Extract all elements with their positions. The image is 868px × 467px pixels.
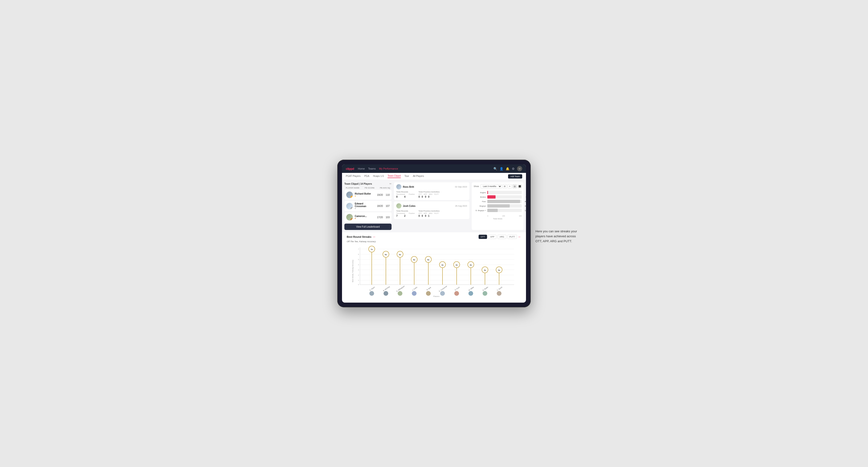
subnav-all-players[interactable]: All Players bbox=[413, 175, 424, 178]
card-name-josh: Josh Coles bbox=[403, 205, 415, 207]
svg-point-57 bbox=[468, 291, 473, 296]
player-pb-score-3: 17/20 bbox=[377, 216, 383, 219]
arrow-indicator: ← bbox=[373, 235, 376, 239]
search-icon[interactable]: 🔍 bbox=[493, 167, 497, 170]
subnav-pga[interactable]: PGA bbox=[364, 175, 369, 178]
add-team-button[interactable]: Add Team bbox=[508, 174, 522, 179]
streak-chart: Best Streak, Fairway Accuracy 7 6 5 4 3 … bbox=[347, 245, 521, 298]
period-select[interactable]: Last 3 months bbox=[480, 184, 502, 188]
col-player-name: PLAYER NAME bbox=[346, 187, 360, 189]
svg-point-62 bbox=[483, 291, 487, 296]
user-avatar[interactable]: U bbox=[517, 166, 522, 171]
total-shots-label: Total Shots bbox=[474, 218, 522, 220]
x-axis-400: 400 bbox=[519, 215, 522, 217]
rank-badge-2: 2 bbox=[350, 207, 353, 210]
svg-text:E. Crossman: E. Crossman bbox=[438, 285, 447, 292]
filter-ott[interactable]: OTT bbox=[478, 235, 487, 239]
table-view-icon[interactable]: ⬛ bbox=[518, 184, 522, 188]
card-date-josh: 26 Aug 2023 bbox=[455, 205, 467, 207]
player-avg-3: 103 bbox=[385, 216, 390, 219]
practice-val-rees: 4 bbox=[404, 195, 406, 198]
show-label: Show bbox=[474, 185, 479, 187]
player-card-josh: Josh Coles 26 Aug 2023 Total Rounds Tour… bbox=[394, 201, 469, 219]
chart-subtitle: Off The Tee, Fairway Accuracy bbox=[347, 240, 521, 243]
svg-text:2: 2 bbox=[358, 274, 359, 276]
player-avg-2: 107 bbox=[385, 205, 390, 207]
practice-label-2: Practice bbox=[409, 213, 415, 214]
tournament-val-rees: 8 bbox=[396, 195, 398, 198]
svg-point-32 bbox=[398, 291, 402, 296]
list-view-icon[interactable]: ≡ bbox=[507, 184, 512, 188]
player-pb-score-1: 19/20 bbox=[377, 194, 383, 196]
player-avatar-3: 3 bbox=[346, 214, 353, 220]
svg-text:0: 0 bbox=[358, 284, 359, 285]
player-row[interactable]: 1 Richard Butler ♥ 19/20 110 bbox=[344, 190, 392, 200]
svg-text:7x: 7x bbox=[371, 248, 373, 250]
subnav-tour[interactable]: Tour bbox=[404, 175, 409, 178]
total-rounds-label-2: Total Rounds bbox=[396, 210, 415, 212]
settings-icon[interactable]: ⚙ bbox=[512, 167, 515, 170]
filter-putt[interactable]: PUTT bbox=[507, 235, 517, 239]
svg-text:E. Ebert: E. Ebert bbox=[369, 286, 375, 291]
svg-text:3x: 3x bbox=[484, 269, 486, 271]
filter-arrow: ← bbox=[518, 235, 521, 239]
svg-text:5: 5 bbox=[358, 259, 359, 260]
filter-app[interactable]: APP bbox=[488, 235, 497, 239]
streaks-title: Best Round Streaks bbox=[347, 236, 371, 238]
practice-val-josh: 2 bbox=[404, 215, 406, 217]
player-avg-1: 110 bbox=[385, 194, 390, 196]
bell-icon[interactable]: 🔔 bbox=[506, 167, 509, 170]
bar-label-eagles: Eagles bbox=[474, 191, 486, 194]
svg-text:4x: 4x bbox=[456, 264, 458, 266]
svg-text:3x: 3x bbox=[498, 269, 500, 271]
edit-icon[interactable]: ✏ bbox=[390, 182, 392, 185]
annotation-text: Here you can see streaks your players ha… bbox=[535, 229, 583, 244]
card-name-rees: Rees Britt bbox=[403, 186, 414, 188]
rank-badge-1: 1 bbox=[350, 196, 353, 198]
svg-text:6x: 6x bbox=[385, 253, 387, 256]
nav-home[interactable]: Home bbox=[358, 167, 365, 170]
player-name-1: Richard Butler bbox=[355, 192, 375, 195]
practice-activities-label: Total Practice Activities bbox=[418, 191, 439, 193]
bar-label-pars: Pars bbox=[474, 200, 486, 203]
filter-arg[interactable]: ARG bbox=[497, 235, 506, 239]
svg-text:J. Coles: J. Coles bbox=[412, 286, 418, 291]
svg-point-42 bbox=[426, 291, 431, 296]
svg-text:4x: 4x bbox=[470, 264, 472, 266]
tournament-val-josh: 7 bbox=[396, 215, 398, 217]
svg-text:6: 6 bbox=[358, 253, 359, 255]
player-pb-score-2: 18/20 bbox=[377, 205, 383, 207]
player-row[interactable]: 2 Edward Crossman ♥ 18/20 107 bbox=[344, 201, 392, 211]
bar-val-pars: 499 bbox=[525, 200, 526, 203]
rank-badge-3: 3 bbox=[350, 218, 353, 220]
svg-text:6x: 6x bbox=[399, 253, 401, 256]
player-avatar-2: 2 bbox=[346, 203, 353, 210]
bar-label-dbogeys: D. Bogeys + bbox=[474, 210, 486, 212]
svg-text:5x: 5x bbox=[427, 259, 430, 261]
subnav-team-clippd[interactable]: Team Clippd bbox=[388, 175, 401, 178]
card-avatar-josh bbox=[396, 203, 401, 209]
grid-view-icon[interactable]: ⊞ bbox=[503, 184, 507, 188]
chart-view-icon[interactable]: ▤ bbox=[513, 184, 517, 188]
app-logo: clippd bbox=[346, 167, 354, 170]
nav-my-performance[interactable]: My Performance bbox=[379, 167, 398, 170]
col-pb-score: PB SCORE bbox=[365, 187, 375, 189]
svg-point-22 bbox=[369, 291, 374, 296]
svg-point-67 bbox=[497, 291, 501, 296]
nav-teams[interactable]: Teams bbox=[368, 167, 376, 170]
svg-text:C. Quick: C. Quick bbox=[497, 286, 503, 291]
svg-point-47 bbox=[440, 291, 445, 296]
subnav-hcaps[interactable]: Hcaps 1-5 bbox=[373, 175, 384, 178]
user-icon[interactable]: 👤 bbox=[500, 167, 503, 170]
svg-text:Players: Players bbox=[433, 295, 440, 297]
player-avatar-1: 1 bbox=[346, 191, 353, 198]
practice-activities-label-2: Total Practice Activities bbox=[418, 210, 439, 212]
player-card-rees: Rees Britt 02 Sep 2023 Total Rounds Tour… bbox=[394, 182, 469, 200]
player-row[interactable]: 3 Cameron... ♥ 17/20 103 bbox=[344, 212, 392, 222]
svg-text:B. McHarg: B. McHarg bbox=[382, 286, 390, 292]
bar-val-dbogeys: 131 bbox=[525, 210, 526, 212]
svg-point-37 bbox=[412, 291, 416, 296]
player-name-3: Cameron... bbox=[355, 215, 375, 217]
view-full-leaderboard-button[interactable]: View Full Leaderboard bbox=[344, 224, 392, 230]
subnav-pgat[interactable]: PGAT Players bbox=[346, 175, 361, 178]
